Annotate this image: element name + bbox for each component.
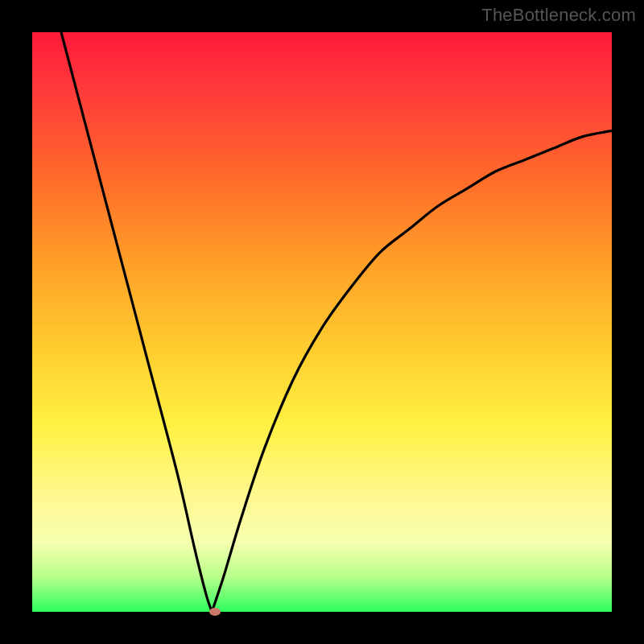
outer-frame: TheBottleneck.com [0,0,644,644]
minimum-marker [209,608,221,616]
curve-path [61,32,612,612]
watermark-text: TheBottleneck.com [481,5,636,26]
gradient-plot-area [32,32,612,612]
bottleneck-curve [32,32,612,612]
